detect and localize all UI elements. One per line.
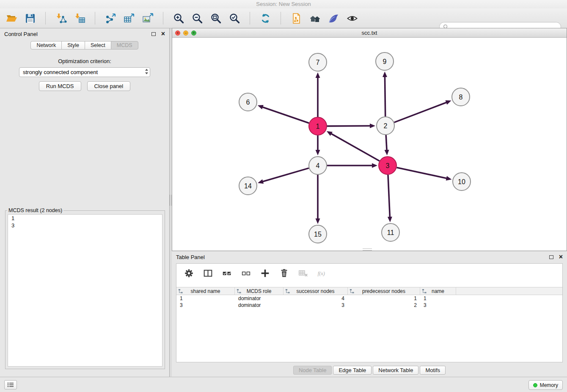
graph-edge-3-11[interactable] [388,175,390,218]
graph-node-label: 7 [316,59,320,66]
table-cell[interactable]: 1 [176,295,235,302]
table-cell[interactable]: 3 [284,302,348,309]
save-button[interactable] [23,11,37,25]
toolbar-separator [95,12,95,25]
float-panel-icon[interactable] [151,32,156,36]
uncheck-all-button[interactable] [240,267,252,279]
houses-button[interactable] [308,11,322,25]
table-cell[interactable]: dominator [235,302,284,309]
column-header-predecessor-nodes[interactable]: predecessor nodes [348,287,420,295]
column-tree-icon [350,289,354,294]
export-network-button[interactable] [103,11,118,25]
tab-node-table[interactable]: Node Table [293,366,332,375]
mcds-result-item[interactable]: 3 [8,222,162,229]
column-header-name[interactable]: name [420,287,456,295]
column-tree-icon [285,289,290,294]
tab-motifs[interactable]: Motifs [420,366,446,375]
mcds-result-item[interactable]: 1 [8,215,162,222]
minimize-window-icon[interactable]: − [183,30,188,36]
close-panel-button[interactable]: Close panel [87,81,131,91]
graph-edge-1-6[interactable] [262,107,309,123]
trash-button[interactable] [278,267,290,279]
export-image-button[interactable] [140,11,155,25]
table-float-icon[interactable] [549,255,553,259]
table-cell[interactable]: 4 [284,295,348,302]
tab-style[interactable]: Style [61,41,85,50]
export-table-button[interactable] [122,11,136,25]
tab-select[interactable]: Select [85,41,111,50]
graph-edge-arrow [388,217,392,222]
tab-network-table[interactable]: Network Table [373,366,418,375]
column-header-shared-name[interactable]: shared name [176,287,235,295]
eye-button[interactable] [345,11,359,25]
graph-node-label: 3 [386,162,390,169]
table-cell[interactable]: 1 [348,295,420,302]
mcds-buttons-row: Run MCDS Close panel [0,81,169,91]
table-toolbar: f(x) [176,264,562,282]
delete-table-icon [298,268,308,278]
graph-edge-2-3[interactable] [386,135,387,151]
mcds-result-list[interactable]: 13 [8,214,162,367]
table-panel-close-icon[interactable]: × [559,254,563,260]
graph-edge-2-9[interactable] [385,76,385,116]
vertical-splitter-handle[interactable] [170,195,172,206]
column-header-mcds-role[interactable]: MCDS role [235,287,284,295]
graph-edge-arrow [316,72,320,78]
table-panel: Table Panel × f(x) shared nameMCDS roles… [172,251,567,377]
table-header-row: shared nameMCDS rolesuccessor nodesprede… [176,287,562,295]
network-document-button[interactable] [289,11,303,25]
graph-edge-1-2[interactable] [327,126,371,126]
column-tree-icon [422,289,427,294]
table-panel-header: Table Panel × [172,251,567,262]
split-columns-button[interactable] [202,267,214,279]
control-panel: Control Panel × NetworkStyleSelectMCDS O… [0,28,170,377]
table-cell[interactable]: 2 [348,302,420,309]
zoom-in-button[interactable] [171,11,186,25]
table-cell[interactable]: 1 [420,295,456,302]
gear-button[interactable] [183,267,195,279]
tab-mcds[interactable]: MCDS [111,41,138,50]
table-cell[interactable]: dominator [235,295,284,302]
run-mcds-button[interactable]: Run MCDS [39,81,81,91]
graph-edge-2-8[interactable] [394,102,447,122]
graph-node-label: 2 [384,122,388,130]
zoom-selected-button[interactable] [227,11,242,25]
column-header-successor-nodes[interactable]: successor nodes [284,287,348,295]
tab-edge-table[interactable]: Edge Table [333,366,372,375]
network-window-titlebar[interactable]: ×−+ scc.txt [172,28,567,38]
maximize-window-icon[interactable]: + [191,30,196,36]
import-network-button[interactable] [54,11,68,25]
import-network-icon [55,13,67,24]
tab-network[interactable]: Network [30,41,62,50]
horizontal-splitter-handle[interactable] [363,248,372,251]
table-tabs: Node TableEdge TableNetwork TableMotifs [172,366,567,375]
optimization-criterion-select[interactable]: strongly connected component [19,67,150,77]
memory-button[interactable]: Memory [528,380,563,390]
paint-button[interactable] [326,11,341,25]
apply-layout-button[interactable] [258,11,272,25]
table-row[interactable]: 1dominator411 [176,295,562,302]
folder-open-button[interactable] [4,11,19,25]
graph-node-label: 10 [458,178,465,185]
graph-edge-4-14[interactable] [262,168,309,182]
zoom-fit-button[interactable] [209,11,223,25]
table-cell[interactable]: 3 [176,302,235,309]
table-row[interactable]: 3dominator323 [176,302,562,309]
window-titlebar[interactable]: Session: New Session [0,0,567,8]
add-column-button[interactable] [259,267,271,279]
import-table-button[interactable] [72,11,87,25]
table-cell[interactable]: 3 [420,302,456,309]
mcds-result-group: MCDS result (2 nodes) 13 [5,207,165,369]
check-all-button[interactable] [221,267,233,279]
control-panel-close-icon[interactable]: × [161,31,165,37]
graph-edge-3-10[interactable] [396,168,447,179]
export-image-icon [142,13,154,24]
graph-edge-3-1[interactable] [330,133,379,161]
network-canvas[interactable]: 7968124314101511 [172,38,567,251]
control-panel-header: Control Panel × [0,28,169,39]
delete-table-button [297,267,309,279]
close-window-icon[interactable]: × [175,30,180,36]
zoom-out-button[interactable] [190,11,204,25]
network-window: ×−+ scc.txt 7968124314101511 [172,28,567,251]
task-history-button[interactable] [4,380,17,389]
